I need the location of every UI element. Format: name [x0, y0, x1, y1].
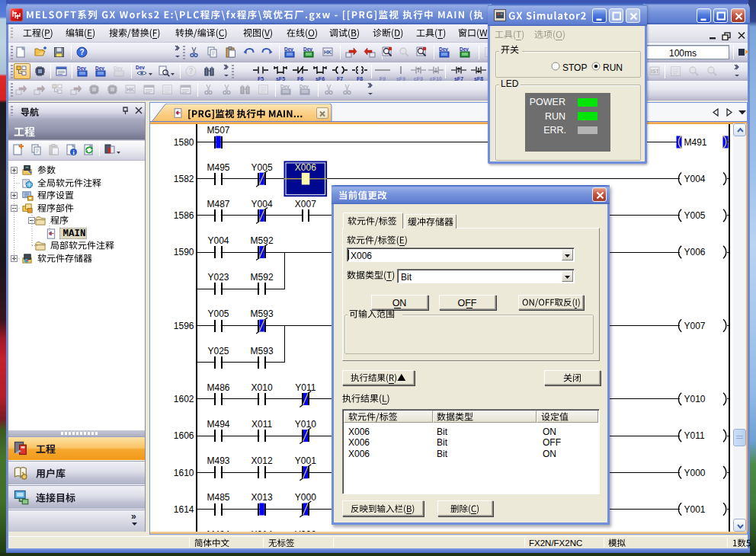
svg-text:1610: 1610: [174, 467, 194, 478]
svg-text:M491: M491: [684, 136, 707, 147]
svg-text:M593: M593: [251, 345, 274, 356]
svg-text:Dev: Dev: [284, 46, 293, 52]
svg-text:?: ?: [188, 67, 193, 75]
svg-text:HK: HK: [324, 50, 332, 55]
svg-text:Dev: Dev: [280, 84, 290, 89]
svg-text:1582: 1582: [174, 173, 194, 184]
svg-text:X013: X013: [251, 492, 273, 503]
svg-text:Y010: Y010: [295, 418, 316, 429]
svg-text:Y004: Y004: [684, 173, 706, 184]
svg-text:Dev: Dev: [460, 46, 469, 52]
svg-text:1590: 1590: [174, 247, 194, 257]
svg-text:Dev: Dev: [439, 46, 448, 52]
svg-text:Dev: Dev: [114, 66, 123, 71]
svg-text:M507: M507: [207, 125, 229, 136]
svg-text:Y025: Y025: [207, 345, 229, 356]
svg-text:M494: M494: [207, 418, 229, 429]
svg-text:Y011: Y011: [295, 382, 316, 392]
svg-text:Y011: Y011: [684, 430, 705, 441]
svg-text:Y010: Y010: [684, 394, 706, 404]
svg-text:M592: M592: [251, 235, 274, 245]
svg-text:1614: 1614: [174, 503, 194, 514]
svg-text:Y005: Y005: [251, 161, 273, 172]
svg-text:1602: 1602: [174, 394, 194, 404]
svg-text:1580: 1580: [174, 136, 194, 147]
svg-text:X014: X014: [251, 529, 273, 532]
svg-text:Y004: Y004: [251, 198, 273, 209]
svg-text:Y000: Y000: [684, 467, 706, 478]
svg-text:X011: X011: [251, 418, 272, 429]
svg-text:Y023: Y023: [207, 272, 229, 283]
svg-text:M484: M484: [207, 529, 229, 532]
svg-text:M495: M495: [207, 161, 229, 172]
svg-text:Y007: Y007: [684, 320, 706, 331]
svg-text:Dev: Dev: [136, 65, 145, 70]
svg-text:Y005: Y005: [684, 210, 706, 221]
svg-text:M593: M593: [251, 308, 274, 319]
svg-text:X010: X010: [251, 382, 273, 392]
svg-text:Dev: Dev: [303, 46, 312, 52]
svg-text:?: ?: [79, 48, 84, 56]
svg-text:Dev: Dev: [300, 84, 309, 89]
svg-text:1596: 1596: [174, 320, 194, 331]
svg-text:HK: HK: [127, 87, 134, 92]
svg-text:X007: X007: [295, 198, 316, 209]
svg-text:IST: IST: [651, 69, 660, 74]
svg-text:X006: X006: [295, 161, 316, 172]
svg-text:Y000: Y000: [295, 492, 316, 503]
svg-text:1606: 1606: [174, 430, 194, 441]
svg-text:Dev: Dev: [95, 66, 104, 71]
svg-text:X012: X012: [251, 455, 273, 466]
svg-text:Y001: Y001: [295, 455, 316, 466]
svg-text:Y004: Y004: [207, 235, 229, 245]
svg-text:M487: M487: [207, 198, 229, 209]
svg-text:Y001: Y001: [684, 503, 706, 514]
svg-text:M486: M486: [207, 382, 229, 392]
svg-text:M493: M493: [207, 455, 229, 466]
svg-text:1586: 1586: [174, 210, 194, 221]
svg-text:M485: M485: [207, 492, 229, 503]
svg-text:Y006: Y006: [684, 247, 706, 257]
svg-text:Dev: Dev: [77, 66, 86, 71]
svg-text:Y002: Y002: [295, 529, 316, 532]
svg-text:Y005: Y005: [207, 308, 229, 319]
svg-text:M592: M592: [251, 272, 274, 283]
